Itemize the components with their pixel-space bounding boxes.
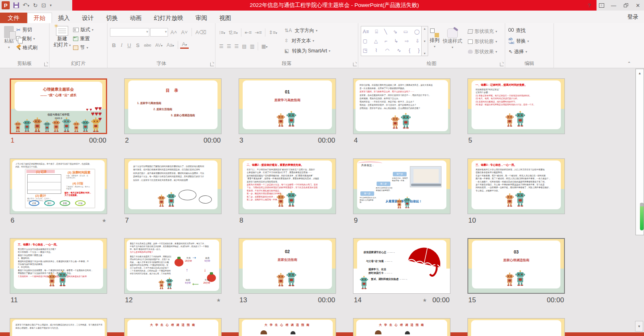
underline-button[interactable]: U xyxy=(125,42,133,48)
arrange-button[interactable]: 排列▾ xyxy=(428,25,441,50)
layout-button[interactable]: 版式▾ xyxy=(72,25,94,34)
shrink-font-icon[interactable]: A˅ xyxy=(179,29,189,35)
align-text-button[interactable]: ⇳对齐文本▾ xyxy=(282,36,331,45)
slide-thumbnail-20[interactable] xyxy=(467,318,565,336)
bold-button[interactable]: B xyxy=(110,42,118,48)
paragraph-dialog-launcher-icon[interactable] xyxy=(353,63,357,66)
new-slide-button[interactable]: 新建 幻灯片 ▾ xyxy=(52,25,72,49)
bullets-icon[interactable]: ⁝≡▾ xyxy=(218,30,226,35)
slide-thumbnail-17[interactable]: 大 学 生 心 理 调 适 指 南 xyxy=(124,318,222,336)
slide-thumbnail-1[interactable]: 心理健康主题班会 —— “疫” 心理 “云” 成长 信息与通信工程学院 2022… xyxy=(10,78,107,134)
help-icon[interactable]: ? xyxy=(583,0,595,11)
save-icon[interactable] xyxy=(13,2,19,8)
shapes-gallery-scroll[interactable]: ▲▼▼ xyxy=(422,26,428,56)
restore-icon[interactable] xyxy=(620,0,632,11)
slide-thumbnail-7[interactable]: 这个方法可以帮助我们了解我们的时间都花在哪些地方了，以便更好地分配时间做出改变。… xyxy=(124,158,222,214)
section-button[interactable]: 节▾ xyxy=(72,43,94,52)
ribbon-display-options-icon[interactable]: ↑ xyxy=(595,0,607,11)
slide-thumbnail-8[interactable]: 二、锦囊2：提前做好规划，重要的事情优先做。 在学习上，不少同学由于各种原因坚持… xyxy=(239,158,336,214)
slide-heading: 三、锦囊3：专心致志，一心一用。 xyxy=(476,163,558,167)
convert-smartart-button[interactable]: ⬕转换为 SmartArt▾ xyxy=(282,46,331,55)
reset-button[interactable]: 重置 xyxy=(72,34,94,43)
change-case-button[interactable]: Aa▾ xyxy=(165,42,176,48)
shape-fill-button[interactable]: 形状填充▾ xyxy=(467,27,498,36)
slide-thumbnail-3[interactable]: 01 居家学习高效指南 xyxy=(239,78,336,134)
text-direction-button[interactable]: ⇅A文字方向▾ xyxy=(282,26,331,35)
shape-outline-button[interactable]: 形状轮廓▾ xyxy=(467,37,498,46)
slide-sorter-canvas[interactable]: ▲ ▼ 心理健康主题班会 —— “疫” 心理 “云” 成长 信息与通信工程学院 … xyxy=(0,68,644,336)
tab-视图[interactable]: 视图 xyxy=(213,13,237,23)
tab-file[interactable]: 文件 xyxy=(0,13,27,23)
numbering-icon[interactable]: ⒓≡▾ xyxy=(227,29,239,36)
shapes-gallery[interactable]: A≡⌸╲⇘▭◯ ▢△⌐↳⇨⇩ ◳⌇◠∿{} xyxy=(361,26,422,56)
grow-font-icon[interactable]: A˄ xyxy=(169,29,179,35)
increase-indent-icon[interactable]: ⇥≡ xyxy=(254,30,263,35)
text-shadow-button[interactable]: S xyxy=(134,42,142,48)
distribute-icon[interactable]: ▥ xyxy=(249,43,256,49)
line-spacing-icon[interactable]: ⇕≡▾ xyxy=(267,30,278,35)
slide-thumbnail-13[interactable]: 02 居家生活指南 xyxy=(239,238,336,294)
character-spacing-button[interactable]: AV▾ xyxy=(154,43,164,48)
cut-button[interactable]: ✂剪切 xyxy=(15,25,38,34)
diagram-label: 工作25分钟 xyxy=(185,257,192,262)
slide-thumbnail-14[interactable]: 疫情居家调节好心态 ←----→与父母“话”沟通 ←----→规律学习、生活按时… xyxy=(353,238,450,294)
clipboard-dialog-launcher-icon[interactable] xyxy=(44,63,48,66)
paste-button[interactable]: 粘贴▾ xyxy=(2,25,15,51)
process-oval: 反思 xyxy=(60,200,70,206)
align-left-icon[interactable]: ☰ xyxy=(218,43,225,49)
decrease-indent-icon[interactable]: ⇤≡ xyxy=(243,30,253,35)
tab-幻灯片放映[interactable]: 幻灯片放映 xyxy=(148,13,190,23)
font-dialog-launcher-icon[interactable] xyxy=(210,63,214,66)
find-button[interactable]: 查找 xyxy=(508,26,530,35)
tab-审阅[interactable]: 审阅 xyxy=(190,13,213,23)
font-name-combo[interactable] xyxy=(110,28,149,37)
slide-thumbnail-2[interactable]: 目 录1. 居家学习高效指南2. 居家生活指南3. 居家心理调适指南 xyxy=(124,78,222,134)
scrollbar-thumb[interactable] xyxy=(640,203,644,230)
tab-切换[interactable]: 切换 xyxy=(100,13,124,23)
redo-icon[interactable]: ↻ xyxy=(33,2,38,8)
columns-icon[interactable]: ▦▾ xyxy=(260,43,269,49)
slide-thumbnail-4[interactable]: 同学们好哦，目前我们暂时无法返校上课，居家中上网课成为常态，这对大家来说是一次全… xyxy=(353,78,450,134)
align-center-icon[interactable]: ☰ xyxy=(226,43,233,49)
tab-动画[interactable]: 动画 xyxy=(124,13,148,23)
customize-qat-icon[interactable]: ▾ xyxy=(50,3,52,7)
justify-icon[interactable]: ▤ xyxy=(241,43,248,49)
scroll-down-icon[interactable]: ▼ xyxy=(635,321,643,332)
slide-thumbnail-9[interactable]: 具体做法： 第一步 用5分钟时间列出当天要做的几件重要事情。第二步 再用2分钟时… xyxy=(353,158,450,214)
shape-effects-icon xyxy=(468,50,473,54)
slide-thumbnail-19[interactable]: 大 学 生 心 理 调 适 指 南 xyxy=(353,318,450,336)
collapse-ribbon-icon[interactable]: ⌃ xyxy=(627,61,631,66)
tab-开始[interactable]: 开始 xyxy=(27,13,52,23)
undo-icon[interactable]: ↶▾ xyxy=(23,2,29,9)
italic-button[interactable]: I xyxy=(118,42,124,48)
tab-插入[interactable]: 插入 xyxy=(52,13,76,23)
minimize-icon[interactable]: — xyxy=(607,0,620,11)
copy-button[interactable]: 复制▾ xyxy=(15,34,38,43)
strikethrough-button[interactable]: abc xyxy=(142,43,153,48)
font-color-button[interactable]: A▾ xyxy=(180,41,189,49)
format-painter-button[interactable]: 格式刷 xyxy=(15,43,38,52)
sign-in-link[interactable]: 登录 xyxy=(627,13,638,21)
slide-thumbnail-11[interactable]: 三、锦囊3：专心致志，一心一用。 有没有什么办法可以提高做事的专注力呢？给大家推… xyxy=(10,238,107,294)
drawing-dialog-launcher-icon[interactable] xyxy=(500,63,504,66)
clear-formatting-icon[interactable]: A⌫ xyxy=(194,29,208,35)
powerpoint-logo-icon[interactable]: P xyxy=(2,1,10,9)
tab-设计[interactable]: 设计 xyxy=(76,13,100,23)
slide-thumbnail-16[interactable]: 居家学习可能会让我们产生心理波动，减少对负面信息的过分关注，三分钟热度、学习倦怠… xyxy=(10,318,107,336)
shape-effects-button[interactable]: 形状效果▾ xyxy=(467,47,498,56)
slide-thumbnail-15[interactable]: 03 居家心理调适指南 xyxy=(467,238,565,294)
close-icon[interactable]: ✕ xyxy=(632,0,644,11)
slide-thumbnail-10[interactable]: 三、锦囊3：专心致志，一心一用。 美国密歇根州立大学心理学家的研究发现，人们上班… xyxy=(467,158,565,214)
slide-thumbnail-6[interactable]: 上节介绍了如何记录使用时间日志，举个例子，记录表可以按下面这样设计，包括日期、内… xyxy=(10,158,107,214)
select-button[interactable]: ⇖选择▾ xyxy=(508,47,530,56)
font-size-combo[interactable] xyxy=(150,28,168,37)
slide-thumbnail-18[interactable]: 大 学 生 心 理 调 适 指 南 xyxy=(239,318,336,336)
replace-button[interactable]: ab⤷ac替换▾ xyxy=(508,37,530,46)
scroll-up-icon[interactable]: ▲ xyxy=(636,69,644,75)
align-right-icon[interactable]: ☰ xyxy=(233,43,240,49)
process-oval: 统计 xyxy=(44,200,55,206)
start-slideshow-icon[interactable]: ⊡ xyxy=(41,2,46,8)
slide-thumbnail-5[interactable]: 一、锦囊1：记录时间，提高对时间的觉察。 特别推荐使用“时间记录法”记录四个步骤… xyxy=(467,78,565,134)
quick-styles-button[interactable]: 快速样式▾ xyxy=(441,25,464,51)
slide-thumbnail-12[interactable]: 番茄工作法具体怎么用呢，选择一个待完成的任务，将番茄时间设为25分钟，专注工作，… xyxy=(124,238,222,294)
